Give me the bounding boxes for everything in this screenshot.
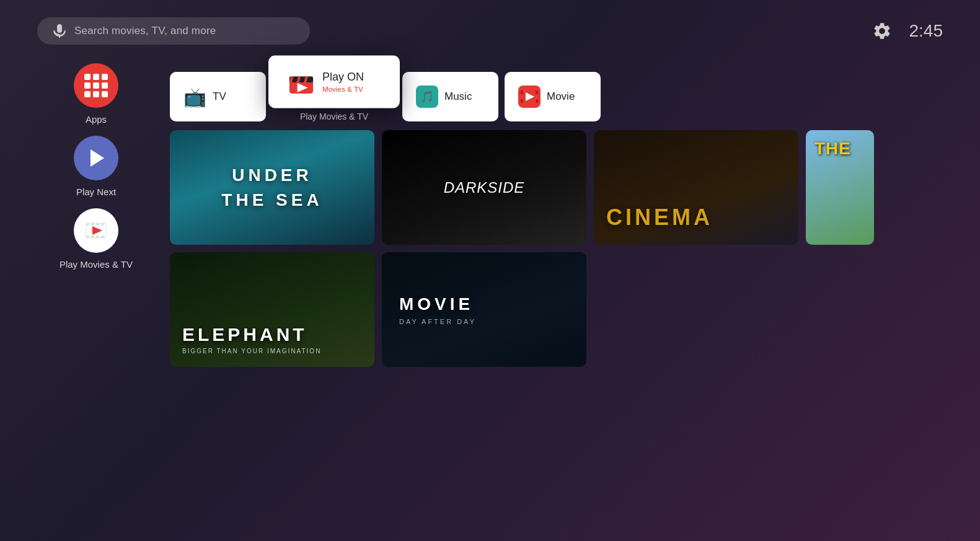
focused-card-name: Play Movies & TV — [300, 112, 368, 121]
svg-rect-8 — [96, 235, 99, 238]
thumb-movie-day[interactable]: MOVIE DAY AFTER DAY — [382, 252, 586, 367]
thumb-cinema[interactable]: CINEMA — [594, 130, 798, 245]
svg-rect-5 — [101, 223, 104, 226]
tv-label: TV — [213, 90, 226, 103]
svg-rect-18 — [521, 90, 523, 94]
focused-card-wrapper: Play ON Movies & TV Play Movies & TV — [272, 57, 396, 121]
thumb-darkside[interactable]: Darkside — [382, 130, 586, 245]
svg-rect-4 — [96, 223, 99, 226]
movie-label: Movie — [547, 90, 575, 103]
svg-rect-20 — [536, 90, 538, 94]
apps-icon-circle — [74, 63, 118, 108]
header-right: 2:45 — [872, 21, 943, 41]
sidebar-item-play-next[interactable]: Play Next — [37, 136, 155, 197]
play-movies-icon-circle — [74, 208, 118, 253]
app-card-tv[interactable]: 📺 TV — [170, 72, 266, 121]
playon-sub-label: Movies & TV — [322, 85, 364, 93]
app-card-music[interactable]: 🎵 Music — [402, 72, 498, 121]
sidebar-item-apps[interactable]: Apps — [37, 63, 155, 125]
apps-label: Apps — [86, 114, 107, 125]
music-label: Music — [444, 90, 472, 103]
svg-rect-7 — [91, 235, 94, 238]
play-triangle-icon — [90, 149, 104, 167]
movie-day-title: MOVIE — [399, 294, 474, 314]
app-card-movie[interactable]: Movie — [505, 72, 601, 121]
playon-icon — [287, 68, 316, 97]
app-row: 📺 TV — [170, 57, 980, 121]
sidebar: Apps Play Next — [37, 57, 155, 367]
thumbnails-row-1: UNDERTHE SEA Darkside CINEMA THE — [170, 130, 980, 245]
movie-icon — [521, 90, 538, 103]
svg-rect-3 — [91, 223, 94, 226]
playon-text: Play ON Movies & TV — [322, 71, 364, 93]
svg-rect-21 — [536, 99, 538, 103]
search-bar[interactable]: Search movies, TV, and more — [37, 17, 310, 45]
playon-main-label: Play ON — [322, 71, 364, 84]
app-card-playon[interactable]: Play ON Movies & TV — [268, 56, 400, 108]
thumbnails-row-2: ELEPHANT BIGGER THAN YOUR IMAGINATION MO… — [170, 252, 980, 367]
content-area: 📺 TV — [155, 57, 980, 367]
thumb-elephant[interactable]: ELEPHANT BIGGER THAN YOUR IMAGINATION — [170, 252, 374, 367]
sidebar-item-play-movies[interactable]: Play Movies & TV — [37, 208, 155, 270]
undersea-title: UNDERTHE SEA — [221, 163, 322, 211]
elephant-text: ELEPHANT BIGGER THAN YOUR IMAGINATION — [182, 324, 321, 354]
elephant-title: ELEPHANT — [182, 324, 321, 345]
svg-rect-19 — [521, 99, 523, 103]
main-content: Apps Play Next — [0, 57, 980, 367]
movie-icon-wrap — [518, 86, 541, 108]
darkside-title: Darkside — [444, 178, 525, 197]
thumb-undersea[interactable]: UNDERTHE SEA — [170, 130, 374, 245]
gear-icon[interactable] — [872, 21, 892, 41]
svg-rect-9 — [101, 235, 104, 238]
play-movies-label: Play Movies & TV — [60, 259, 133, 270]
svg-rect-6 — [86, 235, 89, 238]
film-strip-icon — [84, 218, 108, 243]
cinema-title: CINEMA — [606, 203, 713, 232]
grid-icon — [84, 74, 108, 97]
elephant-subtitle: BIGGER THAN YOUR IMAGINATION — [182, 348, 321, 354]
svg-rect-2 — [86, 223, 89, 226]
movie-day-subtitle: DAY AFTER DAY — [399, 318, 476, 325]
tv-icon: 📺 — [183, 86, 206, 108]
header: Search movies, TV, and more 2:45 — [0, 0, 980, 57]
music-icon: 🎵 — [416, 86, 438, 108]
play-next-icon-circle — [74, 136, 118, 180]
clock-display: 2:45 — [909, 21, 943, 41]
partial-title: THE — [814, 139, 851, 159]
mic-icon — [52, 24, 67, 38]
play-next-label: Play Next — [76, 187, 116, 197]
search-placeholder: Search movies, TV, and more — [74, 25, 216, 37]
thumb-partial[interactable]: THE — [806, 130, 874, 245]
